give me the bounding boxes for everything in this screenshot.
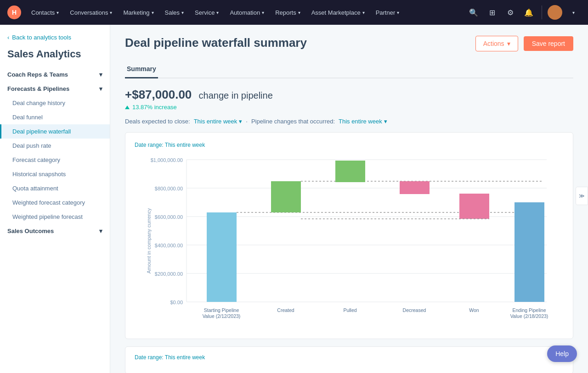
nav-conversations[interactable]: Conversations ▾ <box>65 6 117 19</box>
chevron-down-icon: ▾ <box>99 228 102 234</box>
svg-text:Value (2/18/2023): Value (2/18/2023) <box>510 313 548 319</box>
tab-summary[interactable]: Summary <box>125 61 158 78</box>
svg-text:$0.00: $0.00 <box>170 300 183 305</box>
actions-button[interactable]: Actions ▾ <box>475 36 518 51</box>
chart-date-range: Date range: This entire week <box>135 142 564 148</box>
sidebar-item-deal-pipeline-waterfall[interactable]: Deal pipeline waterfall <box>0 124 110 139</box>
avatar[interactable] <box>548 5 562 20</box>
sidebar-item-deal-change-history[interactable]: Deal change history <box>0 96 110 110</box>
nav-sales[interactable]: Sales ▾ <box>160 6 189 19</box>
chevron-down-icon: ▾ <box>239 118 242 125</box>
grid-icon[interactable]: ⊞ <box>485 5 499 20</box>
sidebar-item-weighted-pipeline-forecast[interactable]: Weighted pipeline forecast <box>0 210 110 224</box>
sidebar-item-forecast-category[interactable]: Forecast category <box>0 153 110 167</box>
svg-text:Decreased: Decreased <box>403 307 426 313</box>
page-header: Deal pipeline waterfall summary Actions … <box>125 36 573 51</box>
bar-ending-pipeline <box>514 202 544 302</box>
sidebar-section-coach[interactable]: Coach Reps & Teams ▾ <box>0 67 110 82</box>
hubspot-logo[interactable]: H <box>7 6 21 19</box>
top-navigation: H Contacts ▾ Conversations ▾ Marketing ▾… <box>0 0 588 25</box>
svg-text:Created: Created <box>277 307 294 313</box>
sidebar-item-historical-snapshots[interactable]: Historical snapshots <box>0 167 110 181</box>
nav-partner[interactable]: Partner ▾ <box>371 6 404 19</box>
save-report-button[interactable]: Save report <box>524 36 573 51</box>
chevron-down-icon: ▾ <box>152 10 154 15</box>
account-chevron-icon[interactable]: ▾ <box>566 5 581 20</box>
chart-card: Date range: This entire week $1,000,000.… <box>125 132 573 339</box>
bar-pulled <box>335 161 365 182</box>
bar-starting-pipeline <box>207 212 237 302</box>
pipeline-changes-filter[interactable]: This entire week ▾ <box>339 118 387 125</box>
waterfall-chart: $1,000,000.00 $800,000.00 $600,000.00 $4… <box>135 154 564 328</box>
chevron-down-icon: ▾ <box>181 10 184 15</box>
chevron-down-icon: ▾ <box>507 40 510 47</box>
chevron-down-icon: ▾ <box>397 10 399 15</box>
svg-text:$200,000.00: $200,000.00 <box>155 271 183 277</box>
nav-contacts[interactable]: Contacts ▾ <box>27 6 63 19</box>
svg-text:$1,000,000.00: $1,000,000.00 <box>151 157 183 163</box>
nav-icons: 🔍 ⊞ ⚙ 🔔 ▾ <box>466 5 581 20</box>
header-actions: Actions ▾ Save report <box>475 36 573 51</box>
chevron-left-icon: ‹ <box>7 34 9 41</box>
sidebar-item-deal-push-rate[interactable]: Deal push rate <box>0 139 110 153</box>
nav-reports[interactable]: Reports ▾ <box>271 6 305 19</box>
chevron-down-icon: ▾ <box>298 10 300 15</box>
search-icon[interactable]: 🔍 <box>466 5 481 20</box>
back-to-analytics-link[interactable]: ‹ Back to analytics tools <box>0 32 110 46</box>
filter-row: Deals expected to close: This entire wee… <box>125 118 573 125</box>
svg-text:Pulled: Pulled <box>343 307 356 313</box>
sidebar-section-forecasts[interactable]: Forecasts & Pipelines ▾ <box>0 82 110 96</box>
nav-divider <box>542 6 542 19</box>
nav-automation[interactable]: Automation ▾ <box>225 6 269 19</box>
chevron-down-icon: ▾ <box>384 118 387 125</box>
second-chart-panel: Date range: This entire week <box>125 346 573 373</box>
main-content: Deal pipeline waterfall summary Actions … <box>110 25 588 373</box>
tabs: Summary <box>125 61 573 78</box>
settings-icon[interactable]: ⚙ <box>503 5 518 20</box>
chevron-down-icon: ▾ <box>57 10 59 15</box>
chevron-down-icon: ▾ <box>216 10 219 15</box>
bar-won <box>459 194 489 219</box>
pipeline-increase: 13.87% increase <box>125 104 573 111</box>
svg-text:$400,000.00: $400,000.00 <box>155 243 183 248</box>
sidebar-item-weighted-forecast-category[interactable]: Weighted forecast category <box>0 195 110 210</box>
chevron-down-icon: ▾ <box>262 10 264 15</box>
bar-created <box>271 181 301 212</box>
app-layout: ‹ Back to analytics tools Sales Analytic… <box>0 25 588 373</box>
chevron-down-icon: ▾ <box>99 85 102 92</box>
deals-expected-filter[interactable]: This entire week ▾ <box>194 118 243 125</box>
svg-text:$600,000.00: $600,000.00 <box>155 214 183 220</box>
summary-stats: +$87,000.00 change in pipeline 13.87% in… <box>125 88 573 111</box>
chevron-down-icon: ▾ <box>110 10 112 15</box>
svg-text:Amount in company currency: Amount in company currency <box>146 208 152 273</box>
svg-text:Starting Pipeline: Starting Pipeline <box>204 307 239 313</box>
sidebar-section-sales-outcomes[interactable]: Sales Outcomes ▾ <box>0 224 110 238</box>
nav-asset-marketplace[interactable]: Asset Marketplace ▾ <box>307 6 369 19</box>
chevron-down-icon: ▾ <box>99 71 102 78</box>
sidebar-item-quota-attainment[interactable]: Quota attainment <box>0 181 110 195</box>
page-title: Deal pipeline waterfall summary <box>125 36 307 50</box>
pipeline-change-value: +$87,000.00 change in pipeline <box>125 88 573 102</box>
chart-date-range-2: Date range: This entire week <box>135 354 564 361</box>
svg-text:Won: Won <box>469 307 479 313</box>
increase-icon <box>125 106 130 109</box>
svg-text:$800,000.00: $800,000.00 <box>155 186 183 191</box>
svg-text:Ending Pipeline: Ending Pipeline <box>513 307 546 313</box>
nav-marketing[interactable]: Marketing ▾ <box>119 6 158 19</box>
sidebar: ‹ Back to analytics tools Sales Analytic… <box>0 25 110 373</box>
chevron-down-icon: ▾ <box>362 10 365 15</box>
svg-text:Value (2/12/2023): Value (2/12/2023) <box>203 313 241 319</box>
nav-service[interactable]: Service ▾ <box>190 6 223 19</box>
sidebar-item-deal-funnel[interactable]: Deal funnel <box>0 110 110 124</box>
bar-decreased <box>400 181 430 194</box>
help-button[interactable]: Help <box>547 345 577 362</box>
collapse-sidebar-button[interactable]: ≫ <box>576 187 588 205</box>
sidebar-title: Sales Analytics <box>0 46 110 67</box>
notification-icon[interactable]: 🔔 <box>521 5 536 20</box>
